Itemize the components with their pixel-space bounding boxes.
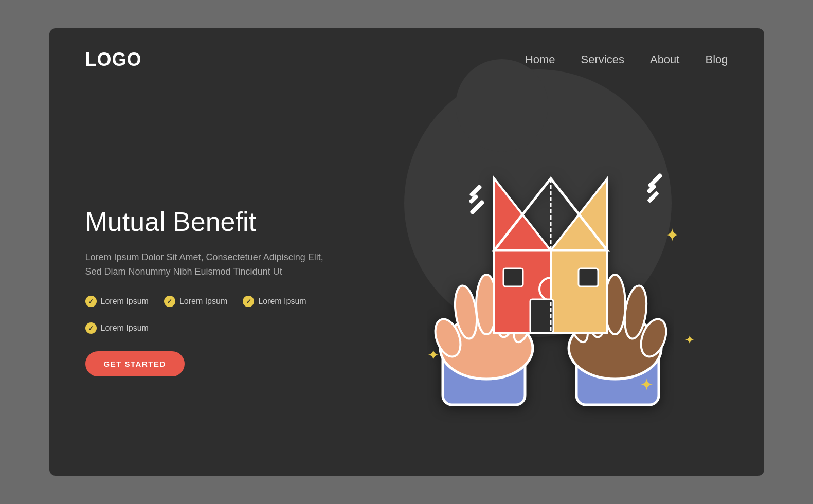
logo: LOGO: [85, 49, 142, 70]
header: LOGO Home Services About Blog: [49, 28, 764, 86]
main-content: Mutual Benefit Lorem Ipsum Dolor Sit Ame…: [49, 86, 764, 472]
illustration-section: ✦ ✦ ✦ ✦: [373, 101, 728, 472]
sparkle-1: ✦: [665, 225, 679, 245]
nav-about[interactable]: About: [650, 53, 680, 66]
sparkle-4: ✦: [640, 375, 654, 394]
check-label-4: Lorem Ipsum: [101, 323, 149, 333]
svg-rect-21: [579, 268, 598, 286]
check-icon-4: [85, 322, 97, 334]
hero-description: Lorem Ipsum Dolor Sit Amet, Consectetuer…: [85, 250, 332, 280]
check-icon-3: [243, 296, 254, 307]
sparkle-3: ✦: [427, 347, 439, 364]
main-nav: Home Services About Blog: [525, 53, 728, 66]
lines-left: [468, 189, 486, 212]
check-icon-2: [164, 296, 175, 307]
page-container: LOGO Home Services About Blog Mutual Ben…: [49, 28, 764, 476]
get-started-button[interactable]: GET STARTED: [85, 351, 185, 376]
nav-home[interactable]: Home: [525, 53, 555, 66]
sparkle-2: ✦: [684, 333, 695, 347]
lines-right: [646, 178, 664, 202]
svg-rect-19: [530, 299, 553, 333]
puzzle-illustration: [427, 148, 674, 425]
check-item-3: Lorem Ipsum: [243, 296, 306, 307]
check-item-4: Lorem Ipsum: [85, 322, 149, 334]
check-label-1: Lorem Ipsum: [101, 297, 149, 306]
check-icon-1: [85, 296, 97, 307]
hero-headline: Mutual Benefit: [85, 207, 373, 238]
check-item-2: Lorem Ipsum: [164, 296, 227, 307]
checklist: Lorem Ipsum Lorem Ipsum Lorem Ipsum Lore…: [85, 296, 373, 334]
illustration-wrapper: ✦ ✦ ✦ ✦: [417, 137, 684, 436]
svg-rect-20: [503, 268, 523, 286]
check-item-1: Lorem Ipsum: [85, 296, 149, 307]
svg-rect-18: [551, 250, 607, 333]
nav-services[interactable]: Services: [581, 53, 624, 66]
text-section: Mutual Benefit Lorem Ipsum Dolor Sit Ame…: [85, 196, 373, 376]
nav-blog[interactable]: Blog: [705, 53, 728, 66]
check-label-2: Lorem Ipsum: [179, 297, 227, 306]
check-label-3: Lorem Ipsum: [258, 297, 306, 306]
